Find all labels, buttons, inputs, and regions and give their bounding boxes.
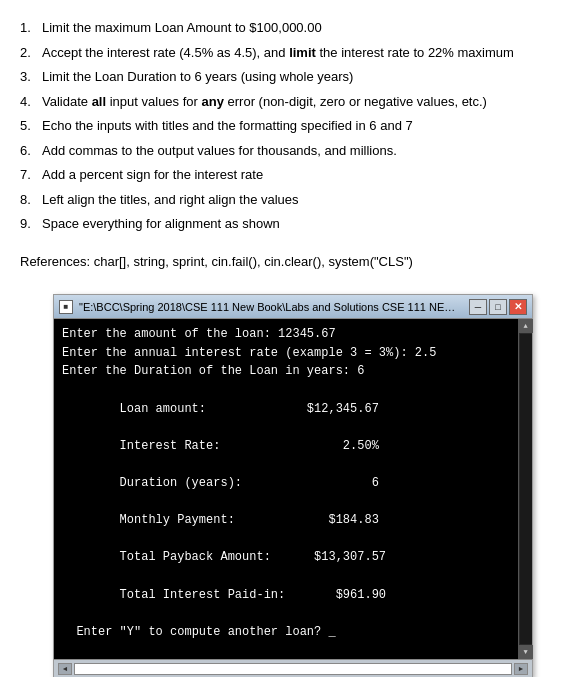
terminal-window-wrapper: ■ "E:\BCC\Spring 2018\CSE 111 New Book\L… [53,294,533,677]
scroll-left-button[interactable]: ◄ [58,663,72,675]
instruction-1: Limit the maximum Loan Amount to $100,00… [20,18,566,38]
instruction-2: Accept the interest rate (4.5% as 4.5), … [20,43,566,63]
instruction-6: Add commas to the output values for thou… [20,141,566,161]
instructions-list: Limit the maximum Loan Amount to $100,00… [20,18,566,234]
terminal-body: Enter the amount of the loan: 12345.67 E… [54,319,532,659]
horizontal-scrollbar[interactable] [74,663,512,675]
terminal-content: Enter the amount of the loan: 12345.67 E… [62,325,524,641]
instruction-8: Left align the titles, and right align t… [20,190,566,210]
references-label: References: char[], string, sprint, cin.… [20,254,413,269]
terminal-bottom-bar: ◄ ► [54,659,532,677]
terminal-app-icon: ■ [59,300,73,314]
scroll-right-button[interactable]: ► [514,663,528,675]
terminal-titlebar: ■ "E:\BCC\Spring 2018\CSE 111 New Book\L… [54,295,532,319]
restore-button[interactable]: □ [489,299,507,315]
instruction-5: Echo the inputs with titles and the form… [20,116,566,136]
scrollbar-track [520,334,532,644]
minimize-button[interactable]: ─ [469,299,487,315]
terminal-title: "E:\BCC\Spring 2018\CSE 111 New Book\Lab… [79,301,465,313]
terminal-window: ■ "E:\BCC\Spring 2018\CSE 111 New Book\L… [53,294,533,677]
references: References: char[], string, sprint, cin.… [20,252,566,273]
instruction-9: Space everything for alignment as shown [20,214,566,234]
close-button[interactable]: ✕ [509,299,527,315]
scroll-up-button[interactable]: ▲ [519,319,533,333]
instruction-3: Limit the Loan Duration to 6 years (usin… [20,67,566,87]
terminal-scrollbar: ▲ ▼ [518,319,532,659]
scroll-down-button[interactable]: ▼ [519,645,533,659]
titlebar-buttons: ─ □ ✕ [469,299,527,315]
instruction-7: Add a percent sign for the interest rate [20,165,566,185]
instruction-4: Validate all input values for any error … [20,92,566,112]
